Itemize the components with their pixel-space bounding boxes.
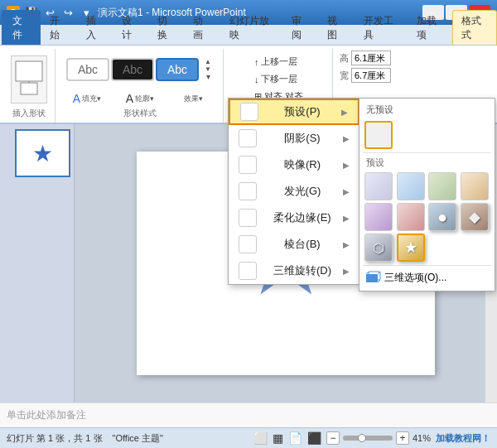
preset-4[interactable]: [461, 172, 489, 200]
menu-arrow-soften: ▶: [343, 214, 350, 223]
preset-5[interactable]: [364, 203, 393, 231]
width-row: 宽 6.7厘米: [340, 68, 391, 83]
menu-item-preset[interactable]: 预设(P) ▶: [229, 99, 359, 125]
tab-design[interactable]: 设计: [113, 10, 148, 45]
style-box-3[interactable]: Abc: [156, 58, 199, 81]
tab-slideshow[interactable]: 幻灯片放映: [220, 10, 282, 45]
view-slide-btn[interactable]: ▦: [273, 431, 283, 445]
menu-item-shadow-icon: [239, 129, 257, 147]
svg-rect-3: [366, 274, 378, 282]
menu-item-bevel[interactable]: 棱台(B) ▶: [229, 231, 359, 258]
preset-no-preset-grid: [363, 119, 491, 151]
menu-item-soften-label: 柔化边缘(E): [273, 210, 331, 225]
effects-button[interactable]: 效果▾: [168, 89, 218, 108]
menu-item-reflect-label: 映像(R): [284, 157, 321, 172]
zoom-plus-button[interactable]: +: [396, 431, 409, 445]
style-box-2[interactable]: Abc: [111, 58, 154, 81]
dropdown-menu: 预设(P) ▶ 阴影(S) ▶ 映像(R) ▶ 发光(G) ▶ 柔化边缘(E) …: [228, 98, 360, 285]
preset-1[interactable]: [364, 172, 393, 200]
height-row: 高 6.1厘米: [340, 51, 391, 65]
preset-3d-3[interactable]: ⬡: [364, 234, 393, 262]
preset-3[interactable]: [428, 172, 456, 200]
notes-area[interactable]: 单击此处添加备注: [0, 402, 497, 427]
preset-6[interactable]: [397, 203, 425, 231]
view-reading-btn[interactable]: 📄: [288, 431, 302, 445]
menu-item-bevel-label: 棱台(B): [284, 237, 320, 252]
zoom-slider[interactable]: [343, 436, 393, 441]
arrange-col-1: ↑ 上移一层 ↓ 下移一层 ⊞ 对齐 对齐: [249, 54, 308, 104]
shape-style-group: Abc Abc Abc ▲ ▼ ▾ A 填充▾ A 轮廓▾ 效果▾: [57, 49, 224, 123]
three-d-options-icon: [364, 269, 381, 286]
tab-format[interactable]: 格式式: [452, 10, 497, 45]
menu-item-glow-icon: [239, 182, 257, 200]
svg-rect-1: [21, 83, 37, 94]
style-more[interactable]: ▾: [202, 74, 214, 80]
style-box-1[interactable]: Abc: [66, 58, 109, 81]
tab-animations[interactable]: 动画: [184, 10, 220, 45]
shape-style-content: Abc Abc Abc ▲ ▼ ▾: [66, 51, 214, 88]
menu-item-3d-label: 三维旋转(D): [273, 263, 331, 278]
view-normal-btn[interactable]: ⬜: [253, 431, 268, 445]
preset-section-label: 预设: [363, 152, 491, 171]
preset-grid: ● ◆ ⬡ ★: [363, 171, 491, 263]
preset-none[interactable]: [364, 121, 393, 149]
zoom-level: 41%: [413, 433, 431, 443]
view-presentation-btn[interactable]: ⬛: [307, 431, 321, 445]
menu-item-reflect[interactable]: 映像(R) ▶: [229, 152, 359, 178]
move-up-button[interactable]: ↑ 上移一层: [249, 54, 308, 70]
status-bar: 幻灯片 第 1 张，共 1 张 "Office 主题" ⬜ ▦ 📄 ⬛ − + …: [0, 427, 497, 448]
tab-file[interactable]: 文件: [2, 10, 41, 45]
zoom-bar: − + 41%: [326, 431, 431, 445]
slide-thumb-wrapper: 1 ★: [3, 128, 70, 181]
preset-2[interactable]: [397, 172, 425, 200]
menu-item-glow[interactable]: 发光(G) ▶: [229, 178, 359, 205]
menu-item-shadow[interactable]: 阴影(S) ▶: [229, 125, 359, 152]
menu-item-preset-icon: [240, 103, 258, 121]
slide-panel: 1 ★: [0, 124, 75, 402]
insert-shape-group: 插入形状: [3, 49, 55, 123]
menu-item-preset-label: 预设(P): [284, 104, 320, 119]
ribbon-tabs: 文件 开始 插入 设计 切换 动画 幻灯片放映 审阅 视图 开发工具 加载项 格…: [0, 25, 497, 46]
tab-insert[interactable]: 插入: [77, 10, 113, 45]
zoom-thumb: [358, 434, 366, 442]
height-input[interactable]: 6.1厘米: [351, 51, 391, 65]
menu-item-reflect-icon: [239, 156, 257, 174]
no-preset-label: 无预设: [363, 102, 491, 119]
theme-info: "Office 主题": [113, 432, 163, 445]
status-right: ⬜ ▦ 📄 ⬛ − + 41% 加载教程网！: [253, 431, 490, 445]
shape-icon[interactable]: [11, 55, 47, 104]
move-down-button[interactable]: ↓ 下移一层: [249, 71, 308, 87]
menu-arrow-reflect: ▶: [343, 161, 350, 170]
preset-3d-1[interactable]: ●: [428, 203, 456, 231]
menu-item-3d-rotate[interactable]: 三维旋转(D) ▶: [229, 258, 359, 284]
slide-thumbnail[interactable]: ★: [15, 129, 70, 177]
arrange-section: ↑ 上移一层 ↓ 下移一层 ⊞ 对齐 对齐: [249, 54, 308, 104]
preset-3d-2[interactable]: ◆: [461, 203, 489, 231]
tab-view[interactable]: 视图: [318, 10, 354, 45]
three-d-options-button[interactable]: 三维选项(O)...: [363, 265, 491, 287]
tab-transitions[interactable]: 切换: [148, 10, 184, 45]
tab-developer[interactable]: 开发工具: [355, 10, 408, 45]
zoom-minus-button[interactable]: −: [326, 431, 340, 445]
tab-addins[interactable]: 加载项: [408, 10, 452, 45]
menu-item-3d-icon: [239, 262, 257, 280]
tab-start[interactable]: 开始: [41, 10, 76, 45]
slide-info: 幻灯片 第 1 张，共 1 张: [7, 432, 103, 445]
tab-review[interactable]: 审阅: [282, 10, 318, 45]
menu-item-bevel-icon: [239, 235, 257, 253]
width-input[interactable]: 6.7厘米: [351, 68, 391, 83]
preset-3d-4[interactable]: ★: [397, 234, 425, 262]
menu-item-soften-icon: [239, 209, 257, 227]
style-scroll-up[interactable]: ▲: [202, 59, 214, 65]
three-d-options-label: 三维选项(O)...: [384, 271, 446, 285]
move-down-icon: ↓: [254, 75, 259, 84]
outline-color-button[interactable]: A 轮廓▾: [115, 89, 165, 108]
status-left: 幻灯片 第 1 张，共 1 张 "Office 主题": [7, 432, 163, 445]
shape-style-label: 形状样式: [123, 108, 157, 121]
menu-item-glow-label: 发光(G): [284, 184, 321, 199]
menu-item-soften[interactable]: 柔化边缘(E) ▶: [229, 205, 359, 231]
menu-arrow-preset: ▶: [341, 108, 348, 117]
fill-color-button[interactable]: A 填充▾: [62, 89, 112, 108]
notes-placeholder: 单击此处添加备注: [7, 408, 86, 422]
watermark: 加载教程网！: [436, 432, 490, 445]
